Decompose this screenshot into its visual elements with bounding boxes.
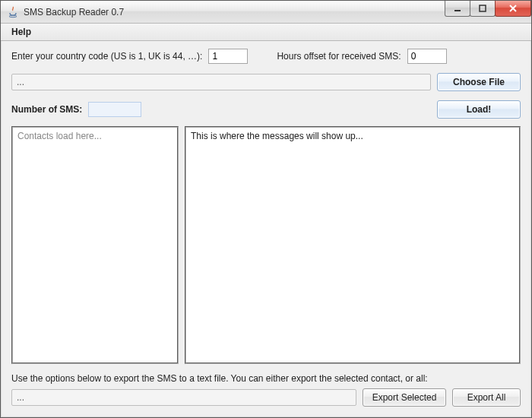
contacts-list[interactable]: Contacts load here...: [11, 126, 179, 364]
messages-view[interactable]: This is where the messages will show up.…: [185, 126, 521, 364]
country-code-input[interactable]: [208, 49, 248, 64]
app-window: SMS Backup Reader 0.7 Help Enter your co…: [0, 0, 532, 418]
sms-count-value: [88, 102, 141, 117]
load-button[interactable]: Load!: [437, 100, 521, 119]
count-load-row: Number of SMS: Load!: [11, 100, 521, 119]
maximize-icon: [478, 4, 487, 13]
svg-rect-1: [454, 10, 461, 11]
title-bar[interactable]: SMS Backup Reader 0.7: [1, 1, 531, 24]
close-button[interactable]: [495, 1, 531, 17]
panes: Contacts load here... This is where the …: [11, 126, 521, 364]
maximize-button[interactable]: [470, 1, 496, 17]
export-row: ... Export Selected Export All: [11, 388, 521, 407]
country-code-label: Enter your country code (US is 1, UK is …: [11, 51, 202, 62]
export-file-path: ...: [11, 389, 356, 406]
java-icon: [7, 6, 19, 18]
settings-row: Enter your country code (US is 1, UK is …: [11, 49, 521, 64]
export-note: Use the options below to export the SMS …: [11, 373, 521, 384]
hours-offset-label: Hours offset for received SMS:: [277, 51, 401, 62]
window-controls: [445, 1, 531, 17]
choose-file-row: ... Choose File: [11, 73, 521, 91]
svg-point-0: [9, 15, 17, 17]
choose-file-button[interactable]: Choose File: [437, 73, 521, 91]
export-all-button[interactable]: Export All: [452, 388, 521, 407]
input-file-path: ...: [11, 74, 431, 90]
close-icon: [508, 4, 518, 13]
window-title: SMS Backup Reader 0.7: [24, 7, 445, 17]
export-selected-button[interactable]: Export Selected: [363, 388, 446, 407]
minimize-icon: [453, 4, 462, 13]
minimize-button[interactable]: [445, 1, 470, 17]
client-area: Enter your country code (US is 1, UK is …: [1, 41, 531, 417]
menu-help[interactable]: Help: [5, 25, 37, 39]
svg-rect-2: [480, 5, 486, 11]
hours-offset-input[interactable]: [407, 49, 447, 64]
sms-count-label: Number of SMS:: [11, 104, 82, 115]
menu-bar: Help: [1, 24, 531, 41]
